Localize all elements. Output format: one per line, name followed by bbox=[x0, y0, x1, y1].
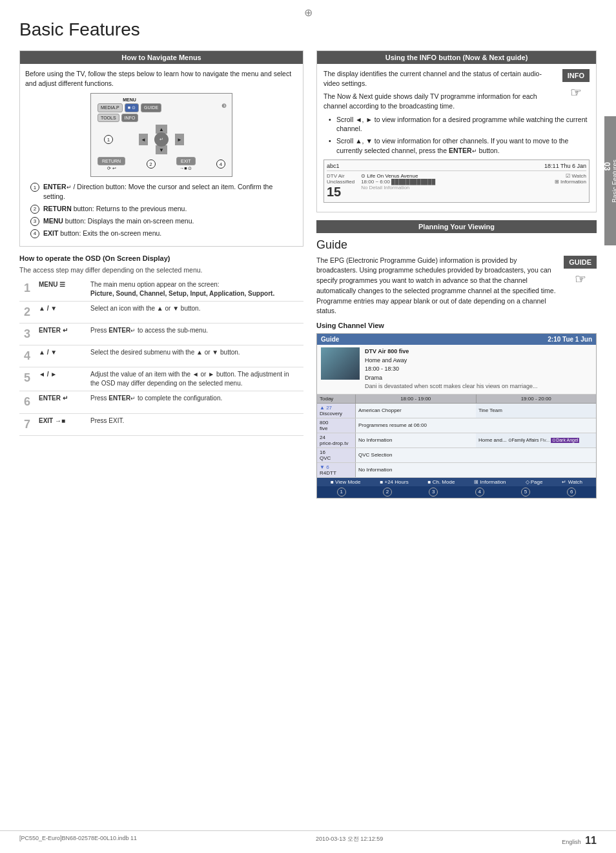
osd-row-7: 7 EXIT →■ Press EXIT. bbox=[19, 413, 303, 435]
sidebar-label: 03 Basic Features bbox=[602, 159, 617, 203]
epg-num-4: 4 bbox=[475, 488, 484, 497]
osd-row-key: EXIT →■ bbox=[35, 413, 87, 435]
language-label: English bbox=[562, 839, 581, 845]
info-bullets: Scroll ◄, ► to view information for a de… bbox=[323, 115, 590, 156]
epg-ch-2: 800 five bbox=[317, 418, 356, 433]
navigate-section: How to Navigate Menus Before using the T… bbox=[19, 50, 303, 247]
button-item-2: 2 RETURN button: Returns to the previous… bbox=[30, 204, 293, 214]
epg-footer-item-3: ■ Ch. Mode bbox=[428, 479, 455, 485]
epg-num-5: 5 bbox=[521, 488, 530, 497]
osd-row-6: 6 ENTER ↵ Press ENTER↵ to complete the c… bbox=[19, 391, 303, 413]
epg-row-5: ▼ 6 R4DTT No Information bbox=[317, 463, 596, 478]
left-column: How to Navigate Menus Before using the T… bbox=[19, 50, 303, 498]
epg-program-sub: Home and Away bbox=[365, 356, 538, 365]
epg-container: Guide 2:10 Tue 1 Jun DTV Air 800 five Ho… bbox=[316, 333, 597, 498]
navigate-intro: Before using the TV, follow the steps be… bbox=[25, 69, 298, 88]
osd-row-num: 6 bbox=[19, 391, 35, 413]
epg-col-time1: 18:00 - 19:00 bbox=[356, 395, 477, 403]
info-bullet-1: Scroll ◄, ► to view information for a de… bbox=[329, 115, 590, 134]
osd-row-3: 3 ENTER ↵ Press ENTER↵ to access the sub… bbox=[19, 323, 303, 345]
osd-row-key: ENTER ↵ bbox=[35, 323, 87, 345]
page-title: Basic Features bbox=[19, 19, 597, 40]
compass-icon: ⊕ bbox=[304, 6, 313, 19]
epg-program-genre: Drama bbox=[365, 374, 538, 383]
epg-program-title: DTV Air 800 five bbox=[365, 347, 538, 356]
osd-row-desc: Press ENTER↵ to complete the configurati… bbox=[87, 391, 303, 413]
osd-row-desc: Adjust the value of an item with the ◄ o… bbox=[87, 367, 303, 391]
guide-body: The EPG (Electronic Programme Guide) inf… bbox=[316, 256, 597, 317]
info-para2: The Now & Next guide shows daily TV prog… bbox=[323, 92, 590, 110]
epg-num-1: 1 bbox=[337, 488, 346, 497]
epg-footer-numbers: 1 2 3 4 5 6 bbox=[317, 486, 596, 498]
epg-grid-header: Today 18:00 - 19:00 19:00 - 20:00 bbox=[317, 395, 596, 404]
osd-row-key: MENU ☰ bbox=[35, 278, 87, 302]
page-footer: [PC550_E-Euro]BN68-02578E-00L10.indb 11 … bbox=[0, 830, 616, 847]
display-channel-name: abc1 bbox=[327, 163, 340, 169]
epg-num-6: 6 bbox=[567, 488, 576, 497]
btn-num-1: 1 bbox=[30, 183, 39, 192]
epg-info-text: DTV Air 800 five Home and Away 18:00 - 1… bbox=[365, 347, 538, 391]
epg-data-5: No Information bbox=[356, 463, 596, 477]
osd-row-key: ◄ / ► bbox=[35, 367, 87, 391]
sidebar-tab: 03 Basic Features bbox=[604, 116, 616, 245]
osd-row-desc: Press EXIT. bbox=[87, 413, 303, 435]
display-time: 18:11 Thu 6 Jan bbox=[544, 163, 586, 169]
epg-info-box: DTV Air 800 five Home and Away 18:00 - 1… bbox=[317, 345, 596, 395]
btn-num-3: 3 bbox=[30, 217, 39, 226]
osd-section: How to operate the OSD (On Screen Displa… bbox=[19, 254, 303, 436]
epg-data-3a: No Information bbox=[356, 433, 476, 447]
osd-row-key: ▲ / ▼ bbox=[35, 345, 87, 367]
osd-row-2: 2 ▲ / ▼ Select an icon with the ▲ or ▼ b… bbox=[19, 301, 303, 323]
epg-ch-3: 24 price-drop.tv bbox=[317, 433, 356, 447]
info-header: Using the INFO button (Now & Next guide) bbox=[317, 51, 596, 64]
osd-row-key: ▲ / ▼ bbox=[35, 301, 87, 323]
epg-footer-item-2: ■ +24 Hours bbox=[380, 479, 408, 485]
navigate-header: How to Navigate Menus bbox=[20, 51, 303, 64]
remote-diagram: MENU MEDIA.P ■ ⊙ GUIDE TOOLS INFO ❸ bbox=[90, 93, 232, 177]
epg-footer-item-1: ■ View Mode bbox=[331, 479, 360, 485]
guide-btn-box: GUIDE bbox=[564, 256, 597, 269]
epg-footer-item-5: ◇ Page bbox=[526, 479, 543, 485]
epg-program-desc: Dani is devastated when scott makes clea… bbox=[365, 382, 538, 391]
epg-num-2: 2 bbox=[383, 488, 392, 497]
osd-title: How to operate the OSD (On Screen Displa… bbox=[19, 254, 303, 262]
planning-section: Planning Your Viewing Guide The EPG (Ele… bbox=[316, 220, 597, 498]
osd-row-desc: The main menu option appear on the scree… bbox=[87, 278, 303, 302]
osd-row-desc: Press ENTER↵ to access the sub-menu. bbox=[87, 323, 303, 345]
epg-row-1: ▲ 27 Discovery American Chopper Tine Tea… bbox=[317, 404, 596, 418]
osd-row-key: ENTER ↵ bbox=[35, 391, 87, 413]
footer-file: [PC550_E-Euro]BN68-02578E-00L10.indb 11 bbox=[19, 835, 137, 847]
osd-row-num: 4 bbox=[19, 345, 35, 367]
osd-row-desc: Select the desired submenu with the ▲ or… bbox=[87, 345, 303, 367]
epg-data-3b: Home and...⊙Family AffairsFiv...⊙Dark An… bbox=[476, 433, 596, 447]
guide-title: Guide bbox=[316, 238, 597, 252]
planning-header: Planning Your Viewing bbox=[316, 220, 597, 233]
osd-table: 1 MENU ☰ The main menu option appear on … bbox=[19, 278, 303, 436]
osd-subtitle: The access step may differ depending on … bbox=[19, 266, 303, 274]
channel-view-title: Using Channel View bbox=[316, 322, 597, 329]
epg-num-3: 3 bbox=[429, 488, 438, 497]
info-btn-box: INFO bbox=[562, 69, 590, 82]
epg-title: Guide bbox=[321, 336, 339, 343]
osd-row-num: 5 bbox=[19, 367, 35, 391]
epg-footer-item-6: ↵ Watch bbox=[562, 479, 582, 485]
epg-data-1b: Tine Team bbox=[476, 404, 596, 418]
epg-ch-4: 16 QVC bbox=[317, 448, 356, 462]
osd-row-num: 2 bbox=[19, 301, 35, 323]
epg-data-1a: American Chopper bbox=[356, 404, 476, 418]
guide-hand-icon: ☞ bbox=[564, 271, 597, 287]
epg-thumbnail bbox=[321, 347, 360, 380]
osd-row-1: 1 MENU ☰ The main menu option appear on … bbox=[19, 278, 303, 302]
button-item-4: 4 EXIT button: Exits the on-screen menu. bbox=[30, 229, 293, 238]
epg-col-time2: 19:00 - 20:00 bbox=[477, 395, 597, 403]
epg-ch-5: ▼ 6 R4DTT bbox=[317, 463, 356, 477]
osd-row-desc: Select an icon with the ▲ or ▼ button. bbox=[87, 301, 303, 323]
footer-date: 2010-03-13 오전 12:12:59 bbox=[316, 835, 383, 847]
info-display-box: abc1 18:11 Thu 6 Jan DTV Air Unclassifie… bbox=[323, 159, 590, 203]
info-section: Using the INFO button (Now & Next guide)… bbox=[316, 50, 597, 212]
page-number: 11 bbox=[585, 835, 597, 846]
osd-row-4: 4 ▲ / ▼ Select the desired submenu with … bbox=[19, 345, 303, 367]
page-language-num: English 11 bbox=[562, 835, 597, 847]
info-bullet-2: Scroll ▲, ▼ to view information for othe… bbox=[329, 136, 590, 155]
info-button-graphic: INFO ☞ bbox=[562, 69, 590, 100]
